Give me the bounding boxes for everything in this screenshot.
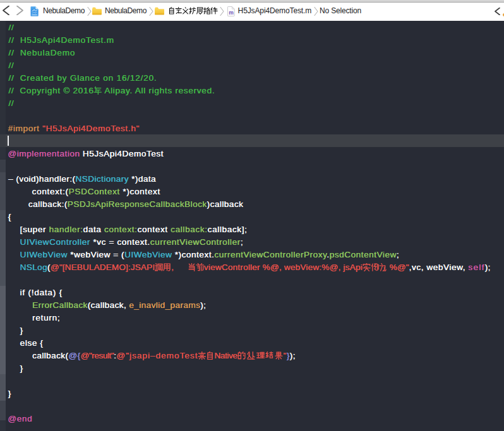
svg-text:m: m bbox=[229, 9, 234, 16]
